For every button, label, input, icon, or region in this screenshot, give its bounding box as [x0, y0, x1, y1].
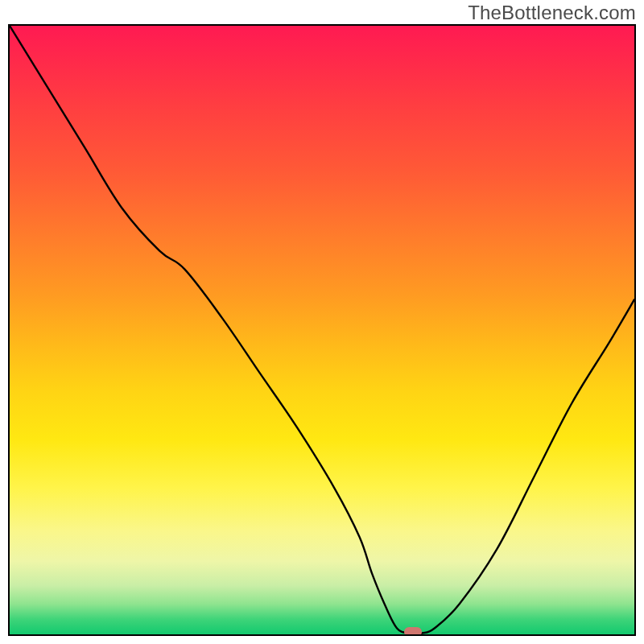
optimal-marker [404, 627, 422, 636]
watermark-text: TheBottleneck.com [468, 2, 636, 24]
bottleneck-curve [10, 26, 634, 634]
plot-area [8, 24, 636, 636]
chart-container: TheBottleneck.com [0, 0, 644, 644]
curve-svg [10, 26, 634, 634]
